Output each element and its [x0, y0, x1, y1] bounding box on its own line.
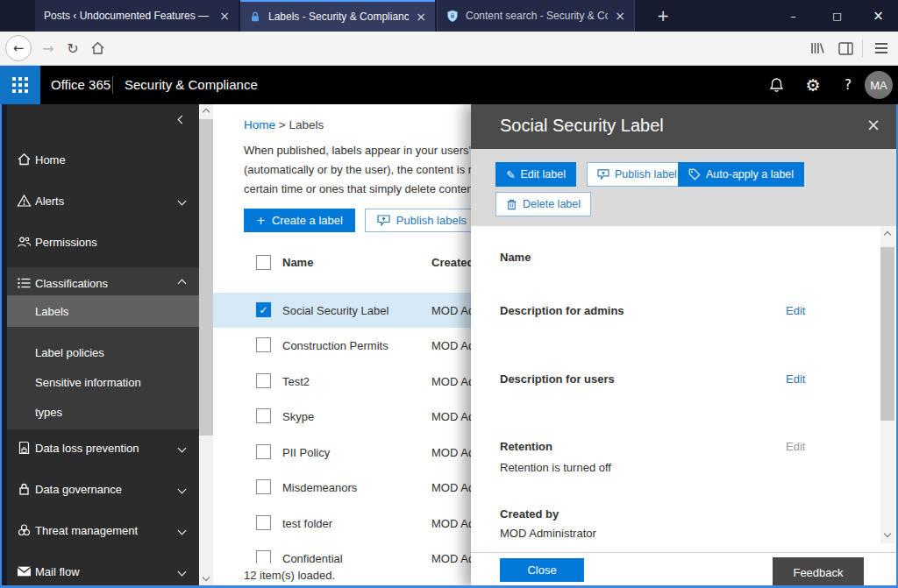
column-header-name[interactable]: Name — [282, 256, 313, 269]
publish-label-button[interactable]: Publish label — [587, 162, 688, 187]
scroll-up-icon[interactable] — [884, 231, 891, 238]
page-body: Home Alerts Permissions Classificat — [0, 104, 898, 588]
sidebar-item-label: Classifications — [35, 277, 108, 290]
sidebar-item-home[interactable]: Home — [7, 146, 199, 173]
label-name: test folder — [282, 517, 332, 530]
panel-title: Social Security Label — [500, 116, 664, 136]
field-created-by-label: Created by — [500, 507, 559, 521]
menu-button[interactable] — [868, 32, 894, 65]
sidebar-item-sensitive-information-types[interactable]: Sensitive information types — [7, 370, 199, 426]
sidebar-item-permissions[interactable]: Permissions — [7, 229, 199, 255]
app-launcher-button[interactable] — [0, 66, 40, 104]
lock-favicon-icon — [249, 11, 261, 23]
scrollbar-thumb[interactable] — [880, 247, 894, 421]
home-button[interactable] — [86, 32, 109, 65]
tab-bar: Posts ‹ Undocumented Features — × Labels… — [0, 0, 898, 32]
sidebar-item-label: Sensitive information types — [35, 368, 167, 428]
biohazard-icon — [16, 522, 32, 538]
row-checkbox[interactable] — [256, 373, 271, 388]
account-avatar[interactable]: MA — [865, 71, 893, 99]
back-button[interactable]: ← — [5, 35, 32, 61]
panel-scrollbar[interactable] — [880, 226, 894, 543]
tab-posts[interactable]: Posts ‹ Undocumented Features — × — [35, 0, 239, 32]
tab-title: Labels - Security & Compliance — [268, 11, 409, 23]
label-name: Social Security Label — [282, 304, 388, 317]
page-scrollbar[interactable] — [199, 104, 213, 585]
tab-content-search[interactable]: Content search - Security & Co × — [437, 0, 635, 32]
scrollbar-thumb[interactable] — [199, 119, 213, 436]
create-label-button[interactable]: + Create a label — [244, 209, 355, 232]
row-checkbox[interactable] — [256, 444, 271, 459]
tab-close-icon[interactable]: × — [219, 9, 230, 23]
row-checkbox[interactable] — [256, 515, 271, 530]
edit-desc-users-link[interactable]: Edit — [786, 372, 805, 386]
close-panel-button[interactable]: Close — [500, 558, 584, 582]
office-365-brand[interactable]: Office 365 — [51, 77, 110, 92]
created-by-value: MOD Administrator — [500, 527, 596, 540]
reload-button[interactable]: ↻ — [61, 32, 84, 65]
edit-desc-admins-link[interactable]: Edit — [786, 304, 805, 317]
sidebar-item-threat-management[interactable]: Threat management — [7, 517, 199, 543]
row-checkbox[interactable] — [256, 408, 271, 423]
sidebar-toggle-button[interactable] — [833, 32, 858, 65]
select-all-checkbox[interactable] — [256, 255, 271, 270]
forward-button[interactable]: → — [37, 32, 60, 65]
edit-retention-link[interactable]: Edit — [786, 440, 805, 453]
tab-close-icon[interactable]: × — [416, 10, 426, 24]
panel-body: Name Description for admins Edit Descrip… — [471, 226, 898, 552]
window-minimize-button[interactable]: – — [773, 0, 813, 32]
help-button[interactable]: ? — [833, 66, 863, 104]
window-close-button[interactable]: × — [859, 0, 898, 32]
tab-labels-active[interactable]: Labels - Security & Compliance × — [240, 0, 435, 32]
sidebar-item-label: Labels — [35, 305, 68, 318]
tab-title: Posts ‹ Undocumented Features — — [44, 10, 212, 22]
sidebar-item-mail-flow[interactable]: Mail flow — [7, 558, 199, 584]
chevron-up-icon — [178, 279, 187, 287]
plus-icon: + — [256, 214, 266, 227]
row-checkbox-checked[interactable]: ✓ — [256, 302, 271, 317]
window-maximize-button[interactable]: □ — [817, 0, 857, 32]
document-lock-icon — [16, 440, 32, 456]
field-desc-users-label: Description for users — [500, 372, 615, 386]
auto-apply-label-button[interactable]: Auto-apply a label — [678, 162, 804, 187]
feedback-button[interactable]: Feedback — [773, 557, 864, 588]
sidebar-item-data-loss-prevention[interactable]: Data loss prevention — [7, 435, 199, 461]
publish-labels-button[interactable]: Publish labels — [365, 209, 479, 232]
row-checkbox[interactable] — [256, 479, 271, 494]
sidebar-item-data-governance[interactable]: Data governance — [7, 476, 199, 502]
alert-triangle-icon — [16, 193, 32, 209]
panel-close-icon[interactable]: × — [866, 115, 880, 134]
label-detail-panel: Social Security Label × ✎ Edit label Pub… — [471, 104, 898, 588]
sidebar-item-labels[interactable]: Labels — [7, 298, 199, 324]
breadcrumb-current: Labels — [289, 118, 324, 131]
tab-close-icon[interactable]: × — [615, 9, 625, 23]
sidebar-item-classifications[interactable]: Classifications — [7, 270, 199, 296]
sidebar-item-label: Data loss prevention — [35, 442, 139, 455]
tab-title: Content search - Security & Co — [466, 10, 608, 22]
label-name: Construction Permits — [282, 339, 388, 352]
sidebar-item-label-policies[interactable]: Label policies — [7, 339, 199, 365]
sidebar-item-alerts[interactable]: Alerts — [7, 188, 199, 214]
chevron-down-icon — [178, 567, 187, 576]
scroll-down-icon[interactable] — [884, 530, 891, 537]
scroll-up-icon[interactable] — [203, 109, 210, 116]
sidebar-item-label: Mail flow — [35, 565, 80, 578]
row-checkbox[interactable] — [256, 337, 271, 352]
navigation-toolbar: ← → ↻ i https://protection.office.com/#/… — [0, 32, 898, 66]
notifications-button[interactable] — [761, 66, 791, 104]
delete-label-button[interactable]: Delete label — [495, 192, 591, 216]
new-tab-button[interactable]: + — [647, 0, 679, 32]
home-icon — [90, 41, 105, 55]
label-name: Skype — [282, 410, 314, 423]
publish-icon — [377, 215, 390, 226]
bell-icon — [769, 77, 784, 93]
collapse-nav-icon[interactable] — [178, 116, 187, 124]
scroll-down-icon[interactable] — [203, 574, 210, 581]
library-button[interactable] — [805, 32, 830, 65]
breadcrumb-home-link[interactable]: Home — [244, 118, 275, 131]
edit-label-button[interactable]: ✎ Edit label — [495, 162, 576, 187]
app-title: Security & Compliance — [125, 77, 258, 92]
tag-icon — [688, 168, 701, 181]
settings-button[interactable]: ⚙ — [798, 66, 828, 104]
field-desc-admins-label: Description for admins — [500, 304, 624, 317]
